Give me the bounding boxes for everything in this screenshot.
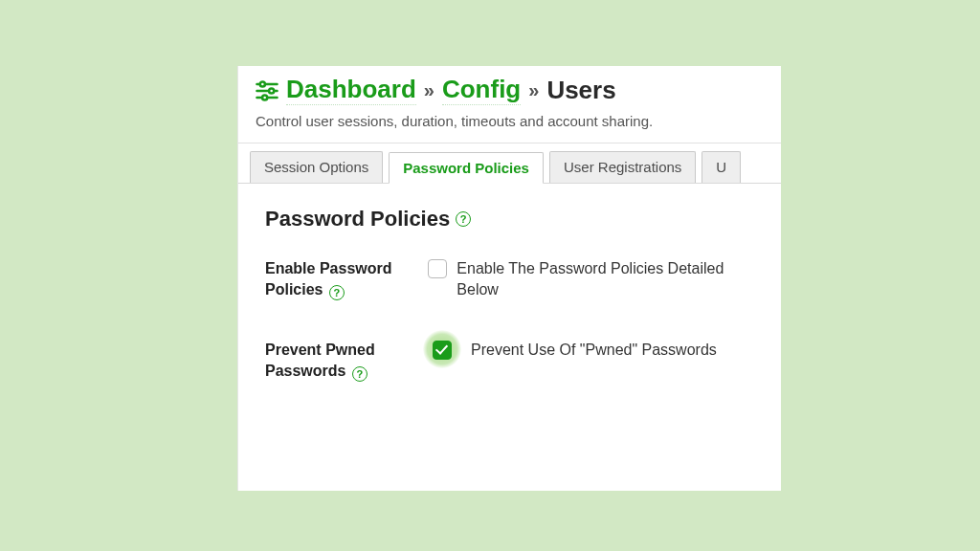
- svg-point-1: [260, 81, 265, 86]
- tab-user-registrations[interactable]: User Registrations: [549, 151, 696, 183]
- prevent-pwned-checkbox[interactable]: [433, 341, 452, 360]
- highlight-ring: [423, 330, 461, 368]
- breadcrumb-config[interactable]: Config: [442, 76, 521, 105]
- field-label: Enable Password Policies ?: [265, 258, 428, 299]
- settings-panel: Dashboard » Config » Users Control user …: [238, 66, 781, 491]
- field-label: Prevent Pwned Passwords ?: [265, 340, 433, 381]
- tab-bar: Session Options Password Policies User R…: [238, 143, 781, 184]
- tab-session-options[interactable]: Session Options: [250, 151, 383, 183]
- tab-password-policies[interactable]: Password Policies: [389, 152, 544, 184]
- field-control: Prevent Use Of "Pwned" Passwords: [433, 340, 717, 361]
- tab-content: Password Policies ? Enable Password Poli…: [238, 184, 781, 444]
- section-title: Password Policies ?: [265, 207, 754, 231]
- field-prevent-pwned-passwords: Prevent Pwned Passwords ? Prevent Use Of…: [265, 340, 754, 381]
- breadcrumb-current: Users: [546, 76, 615, 105]
- help-icon[interactable]: ?: [456, 211, 471, 227]
- checkbox-label[interactable]: Prevent Use Of "Pwned" Passwords: [471, 340, 717, 361]
- settings-sliders-icon: [254, 77, 280, 104]
- checkbox-label[interactable]: Enable The Password Policies Detailed Be…: [457, 258, 754, 299]
- breadcrumb: Dashboard » Config » Users: [238, 66, 781, 111]
- field-control: Enable The Password Policies Detailed Be…: [428, 258, 754, 299]
- svg-point-3: [269, 88, 274, 93]
- help-icon[interactable]: ?: [352, 366, 368, 382]
- breadcrumb-separator: »: [528, 79, 539, 101]
- section-title-text: Password Policies: [265, 207, 450, 231]
- breadcrumb-dashboard[interactable]: Dashboard: [286, 76, 416, 105]
- svg-point-5: [262, 95, 267, 99]
- field-enable-password-policies: Enable Password Policies ? Enable The Pa…: [265, 258, 754, 299]
- tab-partial-next[interactable]: U: [702, 151, 741, 183]
- enable-policies-checkbox[interactable]: [428, 259, 447, 278]
- page-description: Control user sessions, duration, timeout…: [238, 111, 781, 143]
- help-icon[interactable]: ?: [329, 285, 345, 300]
- breadcrumb-separator: »: [424, 79, 434, 101]
